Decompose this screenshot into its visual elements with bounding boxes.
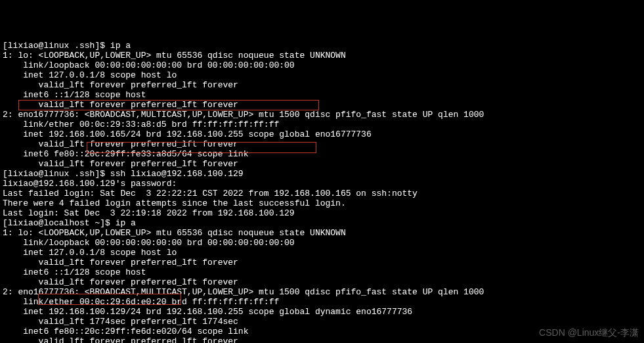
terminal-line: inet 127.0.0.1/8 scope host lo: [3, 248, 641, 258]
terminal-line: valid_lft forever preferred_lft forever: [3, 100, 641, 110]
terminal-line: 2: eno16777736: <BROADCAST,MULTICAST,UP,…: [3, 287, 641, 297]
terminal-line: 1: lo: <LOOPBACK,UP,LOWER_UP> mtu 65536 …: [3, 228, 641, 238]
terminal-line: inet 192.168.100.129/24 brd 192.168.100.…: [3, 307, 641, 317]
terminal-line: link/loopback 00:00:00:00:00:00 brd 00:0…: [3, 60, 641, 70]
terminal-line: link/ether 00:0c:29:6d:e0:20 brd ff:ff:f…: [3, 297, 641, 307]
terminal-line: inet6 fe80::20c:29ff:fe33:a8d5/64 scope …: [3, 149, 641, 159]
terminal-line: valid_lft forever preferred_lft forever: [3, 277, 641, 287]
terminal-line: valid_lft 1774sec preferred_lft 1774sec: [3, 317, 641, 327]
terminal-line: link/ether 00:0c:29:33:a8:d5 brd ff:ff:f…: [3, 120, 641, 129]
terminal-line: 1: lo: <LOOPBACK,UP,LOWER_UP> mtu 65536 …: [3, 51, 641, 60]
terminal-line: [lixiao@linux .ssh]$ ssh lixiao@192.168.…: [3, 169, 641, 179]
terminal-line: valid_lft forever preferred_lft forever: [3, 139, 641, 149]
terminal-line: inet6 fe80::20c:29ff:fe6d:e020/64 scope …: [3, 327, 641, 336]
terminal-line: valid_lft forever preferred_lft forever: [3, 258, 641, 267]
terminal-line: There were 4 failed login attempts since…: [3, 198, 641, 208]
terminal-line: inet6 ::1/128 scope host: [3, 90, 641, 100]
terminal-line: link/loopback 00:00:00:00:00:00 brd 00:0…: [3, 238, 641, 248]
terminal-line: lixiao@192.168.100.129's password:: [3, 179, 641, 189]
terminal-line: inet 192.168.100.165/24 brd 192.168.100.…: [3, 129, 641, 139]
terminal-line: [lixiao@localhost ~]$ ip a: [3, 218, 641, 228]
terminal-line: inet6 ::1/128 scope host: [3, 267, 641, 277]
terminal-line: [lixiao@linux .ssh]$ ip a: [3, 41, 641, 51]
terminal-line: valid_lft forever preferred_lft forever: [3, 159, 641, 169]
terminal-output[interactable]: [lixiao@linux .ssh]$ ip a1: lo: <LOOPBAC…: [3, 41, 641, 343]
terminal-line: Last login: Sat Dec 3 22:19:18 2022 from…: [3, 208, 641, 218]
terminal-line: valid_lft forever preferred_lft forever: [3, 336, 641, 343]
terminal-line: Last failed login: Sat Dec 3 22:22:21 CS…: [3, 189, 641, 198]
terminal-line: 2: eno16777736: <BROADCAST,MULTICAST,UP,…: [3, 110, 641, 120]
terminal-line: inet 127.0.0.1/8 scope host lo: [3, 70, 641, 80]
terminal-line: valid_lft forever preferred_lft forever: [3, 80, 641, 90]
